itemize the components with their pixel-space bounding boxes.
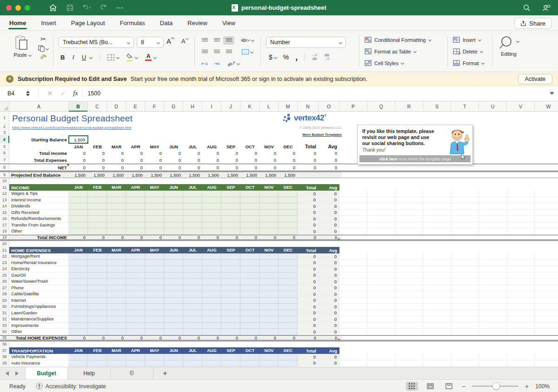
- cell[interactable]: [535, 157, 558, 164]
- cell[interactable]: [107, 266, 126, 272]
- sheet-tab-budget[interactable]: Budget: [25, 367, 68, 379]
- more-toolbar-icon[interactable]: ⋯: [116, 4, 124, 12]
- cell[interactable]: 0: [69, 150, 88, 157]
- cell[interactable]: [479, 260, 507, 266]
- cell[interactable]: [202, 354, 221, 360]
- cell[interactable]: [164, 266, 183, 272]
- cell[interactable]: [259, 260, 279, 266]
- cell[interactable]: [423, 253, 451, 260]
- cell[interactable]: [107, 136, 126, 143]
- normal-view-button[interactable]: [406, 382, 418, 391]
- cell-B4-selected[interactable]: 1,500: [69, 136, 88, 143]
- cell[interactable]: [164, 136, 183, 143]
- category-label[interactable]: Maintenance/Supplies: [9, 316, 69, 323]
- cell[interactable]: [107, 329, 126, 335]
- row-header-32[interactable]: 32: [0, 316, 9, 323]
- cell[interactable]: 0: [202, 157, 221, 164]
- column-header-D[interactable]: D: [107, 101, 126, 111]
- cell[interactable]: [279, 323, 298, 329]
- cell[interactable]: [479, 235, 507, 240]
- align-left-button[interactable]: [199, 48, 210, 56]
- cell[interactable]: 0: [145, 150, 164, 157]
- cell[interactable]: [451, 272, 479, 279]
- cell[interactable]: [451, 172, 479, 178]
- cell[interactable]: 0: [183, 157, 202, 164]
- cell[interactable]: [451, 184, 479, 191]
- confirm-entry-icon[interactable]: ✓: [60, 90, 66, 97]
- cell[interactable]: [451, 304, 479, 310]
- cell[interactable]: [145, 285, 164, 292]
- cell[interactable]: [145, 316, 164, 323]
- cell[interactable]: [183, 210, 202, 216]
- cell[interactable]: [69, 291, 88, 298]
- format-painter-icon[interactable]: [38, 54, 48, 60]
- insert-cells-button[interactable]: Insert: [453, 34, 484, 46]
- conditional-formatting-button[interactable]: Conditional Formatting: [365, 34, 431, 46]
- cell[interactable]: [423, 241, 451, 247]
- cell[interactable]: [69, 272, 88, 279]
- cell[interactable]: [339, 197, 367, 204]
- cell[interactable]: 0: [298, 253, 319, 260]
- cell[interactable]: [279, 228, 298, 235]
- cell[interactable]: [535, 341, 558, 347]
- cell[interactable]: 0: [319, 285, 339, 292]
- cell[interactable]: [535, 291, 558, 298]
- cell[interactable]: 0: [319, 272, 339, 279]
- cell[interactable]: [279, 191, 298, 197]
- cell[interactable]: [507, 260, 535, 266]
- fill-color-button[interactable]: [126, 53, 138, 61]
- cell[interactable]: [202, 112, 221, 124]
- cell[interactable]: 1,500: [279, 172, 298, 178]
- cell[interactable]: [183, 298, 202, 304]
- italic-button[interactable]: I: [72, 53, 74, 61]
- cell[interactable]: [298, 136, 319, 143]
- cell[interactable]: [183, 216, 202, 222]
- cell[interactable]: [69, 323, 88, 329]
- cell[interactable]: 0: [279, 336, 298, 340]
- save-icon[interactable]: [66, 4, 74, 12]
- cell[interactable]: 0: [319, 260, 339, 266]
- cell[interactable]: [126, 129, 145, 136]
- category-label[interactable]: Dividends: [9, 203, 69, 210]
- cell[interactable]: [535, 323, 558, 329]
- cell[interactable]: 0: [319, 279, 339, 285]
- cell[interactable]: 0: [279, 164, 298, 171]
- cell[interactable]: [367, 247, 395, 253]
- row-header-39[interactable]: 39: [0, 360, 9, 367]
- cell[interactable]: 0: [298, 210, 319, 216]
- borders-button[interactable]: [107, 54, 119, 60]
- cell[interactable]: [126, 178, 145, 184]
- row-header-38[interactable]: 38: [0, 354, 9, 360]
- cell[interactable]: [535, 203, 558, 210]
- category-label[interactable]: Lawn/Garden: [9, 310, 69, 317]
- formula-input[interactable]: 1500: [87, 90, 100, 97]
- cell[interactable]: 1,500: [126, 172, 145, 178]
- cell[interactable]: [451, 354, 479, 360]
- cell[interactable]: 0: [298, 272, 319, 279]
- cell[interactable]: [451, 216, 479, 222]
- cell[interactable]: [507, 210, 535, 216]
- tab-view[interactable]: View: [221, 16, 236, 29]
- cell[interactable]: 0: [202, 150, 221, 157]
- cell[interactable]: [126, 298, 145, 304]
- cell[interactable]: [240, 260, 259, 266]
- cell[interactable]: [451, 222, 479, 229]
- cell[interactable]: 0: [319, 164, 339, 171]
- cell[interactable]: [279, 178, 298, 184]
- cell[interactable]: [535, 172, 558, 178]
- cell[interactable]: [507, 150, 535, 157]
- cell[interactable]: [88, 222, 107, 229]
- cell[interactable]: [259, 329, 279, 335]
- cell[interactable]: 0: [221, 157, 240, 164]
- cell[interactable]: [395, 323, 423, 329]
- zoom-window-button[interactable]: [25, 5, 30, 11]
- cell[interactable]: [479, 164, 507, 171]
- cell[interactable]: [259, 228, 279, 235]
- editing-button[interactable]: Editing: [498, 35, 519, 57]
- cell[interactable]: [221, 291, 240, 298]
- cell[interactable]: [507, 298, 535, 304]
- activate-button[interactable]: Activate: [518, 74, 552, 84]
- cell[interactable]: [298, 241, 319, 247]
- cell[interactable]: 1,500: [202, 172, 221, 178]
- zoom-slider[interactable]: [472, 385, 518, 387]
